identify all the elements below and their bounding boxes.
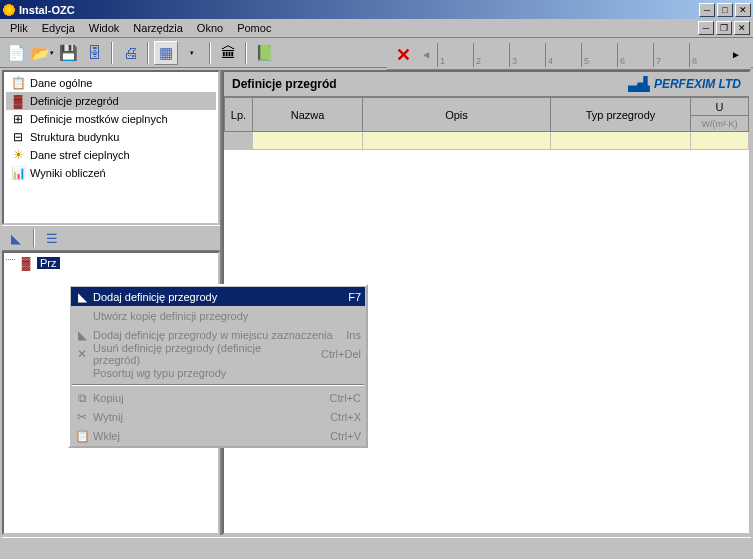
partition-icon: ▓ — [18, 256, 34, 270]
cm-label: Kopiuj — [91, 392, 318, 404]
titlebar: Instal-OZC ─ □ ✕ — [0, 0, 753, 19]
grid-icon: ▦ — [159, 44, 173, 62]
bridge-icon: ⊞ — [10, 112, 26, 126]
menu-plik[interactable]: Plik — [3, 20, 35, 36]
building-icon: 🏛 — [221, 44, 236, 61]
open-icon: 📂 — [31, 44, 50, 62]
grid-button[interactable]: ▦ — [154, 41, 178, 65]
save-all-icon: 🗄 — [87, 44, 102, 61]
cell-u[interactable] — [691, 132, 749, 150]
table-row[interactable] — [225, 132, 749, 150]
maximize-button[interactable]: □ — [717, 3, 733, 17]
cm-label: Dodaj definicję przegrody — [91, 291, 336, 303]
menu-narzedzia[interactable]: Narzędzia — [126, 20, 190, 36]
cell-typ[interactable] — [551, 132, 691, 150]
save-all-button[interactable]: 🗄 — [82, 41, 106, 65]
building-button[interactable]: 🏛 — [216, 41, 240, 65]
sidebar-toolbar: ◣ ☰ — [2, 225, 220, 251]
content-header: Definicje przegród PERFEXIM LTD — [224, 72, 749, 97]
nav-dane-ogolne[interactable]: 📋 Dane ogólne — [6, 74, 216, 92]
brand-text: PERFEXIM LTD — [654, 77, 741, 91]
nav-definicje-przegrod[interactable]: ▓ Definicje przegród — [6, 92, 216, 110]
cm-add-definition[interactable]: ◣ Dodaj definicję przegrody F7 — [71, 287, 365, 306]
nav-definicje-mostkow[interactable]: ⊞ Definicje mostków cieplnych — [6, 110, 216, 128]
list-icon: ☰ — [46, 231, 58, 246]
delete-icon: ✕ — [73, 347, 91, 361]
nav-label: Definicje mostków cieplnych — [30, 113, 168, 125]
error-x-icon: ✕ — [396, 44, 411, 66]
new-button[interactable]: 📄 — [4, 41, 28, 65]
nav-label: Struktura budynku — [30, 131, 119, 143]
grid-dropdown-button[interactable]: ▾ — [180, 41, 204, 65]
cm-shortcut: Ctrl+V — [318, 430, 361, 442]
minimize-button[interactable]: ─ — [699, 3, 715, 17]
copy-icon: ⧉ — [73, 391, 91, 405]
cm-delete-definition: ✕ Usuń definicję przegrody (definicje pr… — [71, 344, 365, 363]
menu-separator — [72, 384, 364, 386]
content-title: Definicje przegród — [232, 77, 337, 91]
save-button[interactable]: 💾 — [56, 41, 80, 65]
nav-label: Dane stref cieplnych — [30, 149, 130, 161]
cm-paste: 📋 Wklej Ctrl+V — [71, 426, 365, 445]
menubar: Plik Edycja Widok Narzędzia Okno Pomoc ─… — [0, 19, 753, 38]
stairs-icon: ◣ — [11, 231, 21, 246]
context-menu: ◣ Dodaj definicję przegrody F7 Utwórz ko… — [68, 284, 368, 448]
col-nazwa[interactable]: Nazwa — [253, 98, 363, 132]
window-title: Instal-OZC — [19, 4, 75, 16]
app-icon — [2, 3, 16, 17]
cell-nazwa[interactable] — [253, 132, 363, 150]
mdi-restore-button[interactable]: ❐ — [716, 21, 732, 35]
tree-node-label: Prz — [37, 257, 60, 269]
nav-label: Wyniki obliczeń — [30, 167, 106, 179]
mdi-close-button[interactable]: ✕ — [734, 21, 750, 35]
cm-label: Utwórz kopię definicji przegrody — [91, 310, 361, 322]
cm-copy-definition: Utwórz kopię definicji przegrody — [71, 306, 365, 325]
save-icon: 💾 — [59, 44, 78, 62]
print-button[interactable]: 🖨 — [118, 41, 142, 65]
close-button[interactable]: ✕ — [735, 3, 751, 17]
menu-widok[interactable]: Widok — [82, 20, 127, 36]
nav-wyniki-obliczen[interactable]: 📊 Wyniki obliczeń — [6, 164, 216, 182]
menu-okno[interactable]: Okno — [190, 20, 230, 36]
cm-copy: ⧉ Kopiuj Ctrl+C — [71, 388, 365, 407]
col-lp[interactable]: Lp. — [225, 98, 253, 132]
tree-tool-2[interactable]: ☰ — [42, 228, 62, 248]
col-typ[interactable]: Typ przegrody — [551, 98, 691, 132]
mdi-minimize-button[interactable]: ─ — [698, 21, 714, 35]
tab-2[interactable]: 2 — [473, 43, 509, 67]
cm-sort: Posortuj wg typu przegrody — [71, 363, 365, 382]
col-u[interactable]: U — [691, 98, 749, 116]
partition-icon: ▓ — [10, 94, 26, 108]
row-header-cell[interactable] — [225, 132, 253, 150]
tab-5[interactable]: 5 — [581, 43, 617, 67]
print-icon: 🖨 — [123, 44, 138, 61]
tab-4[interactable]: 4 — [545, 43, 581, 67]
cm-shortcut: Ctrl+X — [318, 411, 361, 423]
cm-shortcut: F7 — [336, 291, 361, 303]
menu-pomoc[interactable]: Pomoc — [230, 20, 278, 36]
tree-tool-1[interactable]: ◣ — [6, 228, 26, 248]
cm-label: Wklej — [91, 430, 318, 442]
tab-strip: ✕ ◄ 1 2 3 4 5 6 7 8 ► — [387, 40, 751, 70]
col-opis[interactable]: Opis — [363, 98, 551, 132]
nav-dane-stref[interactable]: ☀ Dane stref cieplnych — [6, 146, 216, 164]
tree-node[interactable]: ▓ Prz — [6, 255, 216, 271]
error-button[interactable]: ✕ — [391, 43, 415, 67]
tab-7[interactable]: 7 — [653, 43, 689, 67]
prev-tab-button[interactable]: ◄ — [415, 49, 437, 60]
open-button[interactable]: 📂▾ — [30, 41, 54, 65]
tab-3[interactable]: 3 — [509, 43, 545, 67]
nav-struktura-budynku[interactable]: ⊟ Struktura budynku — [6, 128, 216, 146]
statusbar — [2, 537, 751, 557]
document-icon: 📋 — [10, 76, 26, 90]
tab-6[interactable]: 6 — [617, 43, 653, 67]
next-tab-button[interactable]: ► — [725, 49, 747, 60]
cm-label: Wytnij — [91, 411, 318, 423]
cell-opis[interactable] — [363, 132, 551, 150]
tab-8[interactable]: 8 — [689, 43, 725, 67]
tab-1[interactable]: 1 — [437, 43, 473, 67]
menu-edycja[interactable]: Edycja — [35, 20, 82, 36]
book-button[interactable]: 📗 — [252, 41, 276, 65]
col-u-unit: W/(m²·K) — [691, 116, 749, 132]
thermal-icon: ☀ — [10, 148, 26, 162]
